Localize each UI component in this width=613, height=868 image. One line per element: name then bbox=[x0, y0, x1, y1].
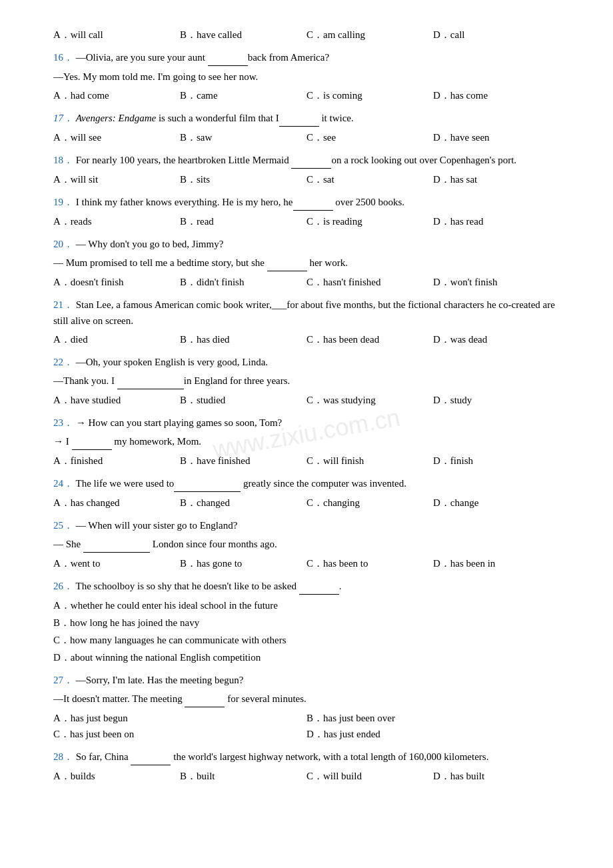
question-22: 22． —Oh, your spoken English is very goo… bbox=[53, 354, 560, 408]
option-a: A．has just begun bbox=[53, 710, 306, 726]
q27-blank bbox=[185, 691, 225, 707]
q20-blank bbox=[267, 255, 307, 271]
option-c: C．has just been on bbox=[53, 726, 306, 742]
exam-content: A．will call B．have called C．am calling D… bbox=[53, 27, 560, 784]
question-16: 16． —Olivia, are you sure your aunt back… bbox=[53, 49, 560, 103]
option-d: D．has read bbox=[433, 213, 560, 229]
option-c: C．sat bbox=[306, 171, 433, 187]
option-b: B．have called bbox=[180, 27, 306, 43]
option-d: D．won't finish bbox=[433, 274, 560, 290]
q16-options: A．had come B．came C．is coming D．has come bbox=[53, 87, 560, 103]
q22-line2: —Thank you. I in England for three years… bbox=[53, 373, 560, 389]
q17-title: Avengers: Endgame bbox=[76, 113, 156, 123]
option-d: D．have seen bbox=[433, 129, 560, 145]
q28-options: A．builds B．built C．will build D．has buil… bbox=[53, 768, 560, 784]
option-c: C．will build bbox=[306, 768, 433, 784]
option-b: B．has just been over bbox=[306, 710, 560, 726]
q17-number: 17． bbox=[53, 113, 73, 123]
q18-blank bbox=[291, 152, 331, 169]
q18-options: A．will sit B．sits C．sat D．has sat bbox=[53, 171, 560, 187]
option-a: A．had come bbox=[53, 87, 180, 103]
q28-line1: 28． So far, China the world's largest hi… bbox=[53, 749, 560, 765]
q16-blank bbox=[208, 49, 248, 66]
option-a: A．has changed bbox=[53, 495, 180, 511]
option-a: A．doesn't finish bbox=[53, 274, 180, 290]
q19-options: A．reads B．read C．is reading D．has read bbox=[53, 213, 560, 229]
q26-number: 26． bbox=[53, 581, 73, 591]
q26-blank bbox=[299, 578, 339, 595]
q28-blank bbox=[131, 749, 171, 765]
q17-line1: 17． Avengers: Endgame is such a wonderfu… bbox=[53, 110, 560, 127]
q16-line1: 16． —Olivia, are you sure your aunt back… bbox=[53, 49, 560, 66]
option-a: A．will sit bbox=[53, 171, 180, 187]
option-c: C．will finish bbox=[306, 453, 433, 469]
option-b: B．came bbox=[180, 87, 306, 103]
question-21: 21． Stan Lee, a famous American comic bo… bbox=[53, 297, 560, 347]
q26-option-c: C．how many languages he can communicate … bbox=[53, 632, 560, 648]
q22-line1: 22． —Oh, your spoken English is very goo… bbox=[53, 354, 560, 370]
option-d: D．has just ended bbox=[306, 726, 560, 742]
q25-options: A．went to B．has gone to C．has been to D．… bbox=[53, 555, 560, 571]
option-d: D．change bbox=[433, 495, 560, 511]
q25-line2: — She London since four months ago. bbox=[53, 536, 560, 553]
q16-line2: —Yes. My mom told me. I'm going to see h… bbox=[53, 69, 560, 85]
option-c: C．see bbox=[306, 129, 433, 145]
option-c: C．has been to bbox=[306, 555, 433, 571]
q18-number: 18． bbox=[53, 155, 73, 165]
q24-options: A．has changed B．changed C．changing D．cha… bbox=[53, 495, 560, 511]
top-options-block: A．will call B．have called C．am calling D… bbox=[53, 27, 560, 43]
q24-number: 24． bbox=[53, 478, 73, 489]
option-a: A．reads bbox=[53, 213, 180, 229]
q26-line1: 26． The schoolboy is so shy that he does… bbox=[53, 578, 560, 595]
q23-line2: → I my homework, Mom. bbox=[53, 433, 560, 450]
option-b: B．saw bbox=[180, 129, 306, 145]
q21-number: 21． bbox=[53, 299, 73, 310]
q20-options: A．doesn't finish B．didn't finish C．hasn'… bbox=[53, 274, 560, 290]
question-20: 20． — Why don't you go to bed, Jimmy? — … bbox=[53, 236, 560, 290]
question-28: 28． So far, China the world's largest hi… bbox=[53, 749, 560, 784]
q23-blank bbox=[72, 433, 112, 450]
q23-line1: 23． → How can you start playing games so… bbox=[53, 415, 560, 431]
q24-line1: 24． The life we were used to greatly sin… bbox=[53, 475, 560, 492]
q17-blank bbox=[279, 110, 319, 127]
option-a: A．builds bbox=[53, 768, 180, 784]
q19-number: 19． bbox=[53, 197, 73, 207]
q17-options: A．will see B．saw C．see D．have seen bbox=[53, 129, 560, 145]
option-b: B．has gone to bbox=[180, 555, 306, 571]
q21-options: A．died B．has died C．has been dead D．was … bbox=[53, 331, 560, 347]
option-d: D．has come bbox=[433, 87, 560, 103]
option-b: B．built bbox=[180, 768, 306, 784]
option-c: C．changing bbox=[306, 495, 433, 511]
question-23: 23． → How can you start playing games so… bbox=[53, 415, 560, 469]
option-b: B．didn't finish bbox=[180, 274, 306, 290]
question-26: 26． The schoolboy is so shy that he does… bbox=[53, 578, 560, 665]
option-a: A．died bbox=[53, 331, 180, 347]
option-a: A．went to bbox=[53, 555, 180, 571]
question-18: 18． For nearly 100 years, the heartbroke… bbox=[53, 152, 560, 187]
question-19: 19． I think my father knows everything. … bbox=[53, 194, 560, 229]
q27-options: A．has just begun B．has just been over C．… bbox=[53, 710, 560, 742]
q21-line1: 21． Stan Lee, a famous American comic bo… bbox=[53, 297, 560, 329]
question-24: 24． The life we were used to greatly sin… bbox=[53, 475, 560, 511]
option-b: B．studied bbox=[180, 392, 306, 408]
question-27: 27． —Sorry, I'm late. Has the meeting be… bbox=[53, 672, 560, 742]
option-c: C．hasn't finished bbox=[306, 274, 433, 290]
q23-options: A．finished B．have finished C．will finish… bbox=[53, 453, 560, 469]
option-d: D．has built bbox=[433, 768, 560, 784]
q24-blank bbox=[174, 475, 241, 492]
q25-number: 25． bbox=[53, 520, 73, 531]
option-d: D．was dead bbox=[433, 331, 560, 347]
q18-line1: 18． For nearly 100 years, the heartbroke… bbox=[53, 152, 560, 169]
q28-number: 28． bbox=[53, 751, 73, 762]
option-d: D．call bbox=[433, 27, 560, 43]
q27-number: 27． bbox=[53, 675, 73, 685]
option-d: D．has sat bbox=[433, 171, 560, 187]
option-b: B．changed bbox=[180, 495, 306, 511]
option-c: C．has been dead bbox=[306, 331, 433, 347]
q22-number: 22． bbox=[53, 357, 73, 367]
q20-line2: — Mum promised to tell me a bedtime stor… bbox=[53, 255, 560, 271]
q23-number: 23． bbox=[53, 417, 73, 428]
q22-options: A．have studied B．studied C．was studying … bbox=[53, 392, 560, 408]
option-a: A．will see bbox=[53, 129, 180, 145]
q16-number: 16． bbox=[53, 52, 73, 63]
